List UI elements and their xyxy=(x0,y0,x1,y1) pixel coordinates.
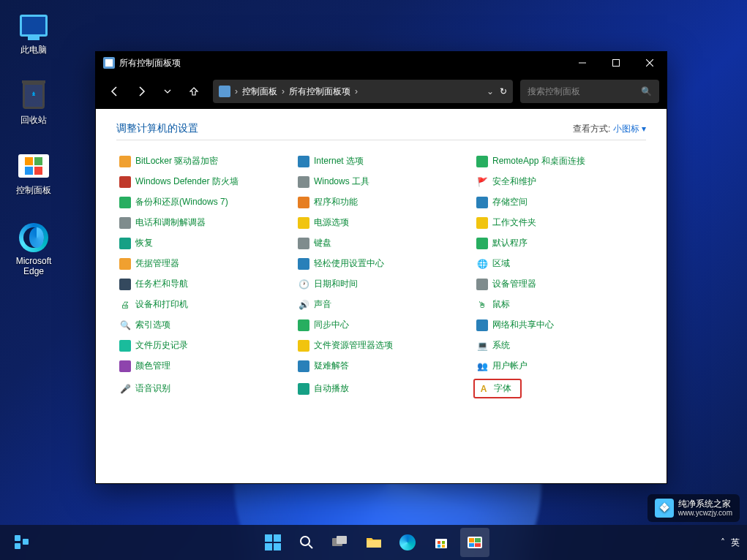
control-panel-grid: BitLocker 驱动器加密 Internet 选项 RemoteApp 和桌… xyxy=(116,154,646,398)
cp-item-explorer-options[interactable]: 文件资源管理器选项 xyxy=(295,338,468,353)
recent-dropdown[interactable] xyxy=(156,80,179,103)
cp-item-bitlocker[interactable]: BitLocker 驱动器加密 xyxy=(116,154,289,169)
control-panel-window: 所有控制面板项 › 控制面板 › 所有控制面板项 › ⌄ ↻ 🔍 调 xyxy=(95,51,667,484)
cp-item-color-management[interactable]: 颜色管理 xyxy=(116,358,289,374)
cp-item-security-maintenance[interactable]: 🚩安全和维护 xyxy=(473,174,646,189)
cp-item-programs-features[interactable]: 程序和功能 xyxy=(295,194,468,210)
desktop-icon-this-pc[interactable]: 此电脑 xyxy=(4,10,63,56)
control-panel-icon xyxy=(18,154,49,178)
control-panel-icon xyxy=(219,86,230,97)
desktop-icon-recycle[interactable]: 回收站 xyxy=(4,80,63,126)
cp-item-system[interactable]: 💻系统 xyxy=(473,338,646,353)
cp-item-power-options[interactable]: 电源选项 xyxy=(295,215,468,230)
desktop-icon-edge[interactable]: Microsoft Edge xyxy=(4,222,63,276)
toolbar: › 控制面板 › 所有控制面板项 › ⌄ ↻ 🔍 xyxy=(96,74,667,109)
cp-item-file-history[interactable]: 文件历史记录 xyxy=(116,338,289,353)
svg-point-7 xyxy=(301,537,309,545)
back-button[interactable] xyxy=(103,80,127,103)
widgets-button[interactable] xyxy=(7,528,37,557)
search-input[interactable] xyxy=(528,86,641,97)
desktop-label: 回收站 xyxy=(20,114,47,126)
cp-item-backup-restore[interactable]: 备份和还原(Windows 7) xyxy=(116,194,289,210)
svg-line-8 xyxy=(309,545,312,548)
minimize-button[interactable] xyxy=(566,52,599,74)
taskbar: ˄ 英 xyxy=(0,525,747,560)
cp-item-network-sharing[interactable]: 网络和共享中心 xyxy=(473,317,646,333)
up-button[interactable] xyxy=(182,80,206,103)
refresh-icon[interactable]: ↻ xyxy=(500,86,507,97)
cp-item-fonts[interactable]: A字体 xyxy=(473,379,522,398)
cp-item-indexing-options[interactable]: 🔍索引选项 xyxy=(116,317,289,333)
start-button[interactable] xyxy=(258,528,288,557)
cp-item-user-accounts[interactable]: 👥用户帐户 xyxy=(473,358,646,374)
svg-rect-11 xyxy=(367,540,381,548)
titlebar[interactable]: 所有控制面板项 xyxy=(96,52,667,74)
cp-item-mouse[interactable]: 🖱鼠标 xyxy=(473,297,646,312)
close-button[interactable] xyxy=(633,52,667,74)
desktop-label: 此电脑 xyxy=(20,44,47,56)
breadcrumb-sep: › xyxy=(235,86,238,97)
desktop-label: 控制面板 xyxy=(16,184,51,197)
breadcrumb-current[interactable]: 所有控制面板项 xyxy=(289,86,350,98)
cp-item-taskbar-navigation[interactable]: 任务栏和导航 xyxy=(116,276,289,292)
breadcrumb-root[interactable]: 控制面板 xyxy=(242,86,277,98)
control-panel-icon xyxy=(103,57,115,69)
cp-item-troubleshooting[interactable]: 疑难解答 xyxy=(295,358,468,374)
forward-button[interactable] xyxy=(129,80,153,103)
page-heading: 调整计算机的设置 xyxy=(116,122,198,135)
cp-item-region[interactable]: 🌐区域 xyxy=(473,256,646,271)
svg-rect-10 xyxy=(337,536,347,544)
edge-icon xyxy=(19,223,48,252)
monitor-icon xyxy=(20,15,48,37)
explorer-button[interactable] xyxy=(359,528,388,557)
view-mode-dropdown[interactable]: 小图标 ▾ xyxy=(613,124,646,134)
svg-rect-5 xyxy=(15,543,20,549)
ime-indicator[interactable]: 英 xyxy=(731,537,740,549)
cp-item-devices-printers[interactable]: 🖨设备和打印机 xyxy=(116,297,289,312)
svg-rect-4 xyxy=(15,535,20,541)
address-dropdown-icon[interactable]: ⌄ xyxy=(487,86,494,97)
svg-rect-1 xyxy=(613,60,620,67)
cp-item-defender-firewall[interactable]: Windows Defender 防火墙 xyxy=(116,174,289,189)
desktop-label: Edge xyxy=(23,266,44,276)
watermark: ❖ 纯净系统之家 www.ycwzjy.com xyxy=(647,494,740,522)
cp-item-sync-center[interactable]: 同步中心 xyxy=(295,317,468,333)
cp-item-work-folders[interactable]: 工作文件夹 xyxy=(473,215,646,230)
cp-item-storage-spaces[interactable]: 存储空间 xyxy=(473,194,646,210)
maximize-button[interactable] xyxy=(599,52,633,74)
desktop-icon-control-panel[interactable]: 控制面板 xyxy=(4,151,63,197)
store-button[interactable] xyxy=(427,528,456,557)
cp-item-speech-recognition[interactable]: 🎤语音识别 xyxy=(116,379,289,398)
cp-item-device-manager[interactable]: 设备管理器 xyxy=(473,276,646,292)
cp-item-remoteapp[interactable]: RemoteApp 和桌面连接 xyxy=(473,154,646,169)
cp-item-credential-manager[interactable]: 凭据管理器 xyxy=(116,256,289,271)
cp-item-keyboard[interactable]: 键盘 xyxy=(295,235,468,251)
svg-rect-6 xyxy=(23,539,29,545)
desktop-label: Microsoft xyxy=(16,256,52,266)
cp-item-internet-options[interactable]: Internet 选项 xyxy=(295,154,468,169)
cp-item-date-time[interactable]: 🕐日期和时间 xyxy=(295,276,468,292)
cp-item-windows-tools[interactable]: Windows 工具 xyxy=(295,174,468,189)
control-panel-taskbar-button[interactable] xyxy=(460,528,489,557)
address-bar[interactable]: › 控制面板 › 所有控制面板项 › ⌄ ↻ xyxy=(213,80,513,103)
svg-rect-14 xyxy=(442,541,445,544)
cp-item-default-programs[interactable]: 默认程序 xyxy=(473,235,646,251)
search-icon[interactable]: 🔍 xyxy=(641,86,652,97)
content-area: 调整计算机的设置 查看方式: 小图标 ▾ BitLocker 驱动器加密 Int… xyxy=(96,109,667,483)
breadcrumb-sep: › xyxy=(282,86,285,97)
search-button[interactable] xyxy=(292,528,321,557)
cp-item-recovery[interactable]: 恢复 xyxy=(116,235,289,251)
edge-button[interactable] xyxy=(393,528,422,557)
cp-item-autoplay[interactable]: 自动播放 xyxy=(295,379,468,398)
watermark-icon: ❖ xyxy=(655,499,674,518)
cp-item-phone-modem[interactable]: 电话和调制解调器 xyxy=(116,215,289,230)
search-box[interactable]: 🔍 xyxy=(520,80,659,103)
breadcrumb-sep: › xyxy=(355,86,358,97)
svg-rect-12 xyxy=(435,539,447,548)
cp-item-ease-of-access[interactable]: 轻松使用设置中心 xyxy=(295,256,468,271)
systray-chevron-icon[interactable]: ˄ xyxy=(721,537,725,548)
svg-rect-15 xyxy=(438,545,440,548)
taskview-button[interactable] xyxy=(326,528,355,557)
cp-item-sound[interactable]: 🔊声音 xyxy=(295,297,468,312)
view-mode: 查看方式: 小图标 ▾ xyxy=(573,123,646,135)
